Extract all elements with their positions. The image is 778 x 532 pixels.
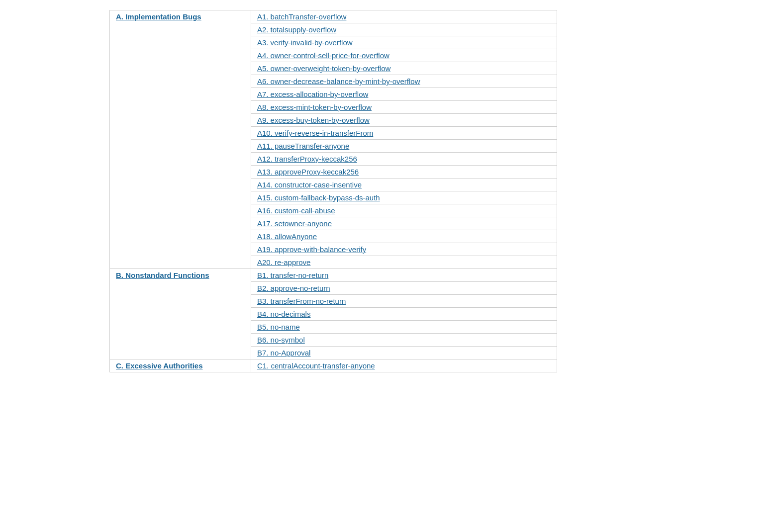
item-link[interactable]: A20. re-approve bbox=[257, 258, 311, 266]
item-cell: A13. approveProxy-keccak256 bbox=[251, 166, 557, 178]
item-cell: A11. pauseTransfer-anyone bbox=[251, 140, 557, 153]
item-cell: B5. no-name bbox=[251, 321, 557, 334]
item-link[interactable]: A8. excess-mint-token-by-overflow bbox=[257, 103, 372, 111]
table-row: B. Nonstandard FunctionsB1. transfer-no-… bbox=[110, 269, 557, 282]
item-link[interactable]: A17. setowner-anyone bbox=[257, 219, 332, 228]
item-link[interactable]: B4. no-decimals bbox=[257, 310, 311, 318]
category-cell-0[interactable]: A. Implementation Bugs bbox=[110, 10, 251, 269]
item-link[interactable]: B1. transfer-no-return bbox=[257, 271, 328, 279]
item-cell: A5. owner-overweight-token-by-overflow bbox=[251, 62, 557, 75]
item-link[interactable]: B5. no-name bbox=[257, 323, 300, 331]
item-cell: B4. no-decimals bbox=[251, 308, 557, 321]
item-cell: A8. excess-mint-token-by-overflow bbox=[251, 101, 557, 114]
item-cell: B3. transferFrom-no-return bbox=[251, 295, 557, 308]
item-link[interactable]: A13. approveProxy-keccak256 bbox=[257, 168, 359, 176]
category-cell-1[interactable]: B. Nonstandard Functions bbox=[110, 269, 251, 359]
item-cell: B7. no-Approval bbox=[251, 347, 557, 359]
item-link[interactable]: A11. pauseTransfer-anyone bbox=[257, 142, 349, 150]
item-cell: A7. excess-allocation-by-overflow bbox=[251, 88, 557, 101]
table-row: C. Excessive AuthoritiesC1. centralAccou… bbox=[110, 359, 557, 372]
item-link[interactable]: A3. verify-invalid-by-overflow bbox=[257, 38, 353, 47]
item-link[interactable]: A14. constructor-case-insentive bbox=[257, 180, 362, 189]
item-cell: A3. verify-invalid-by-overflow bbox=[251, 36, 557, 49]
item-link[interactable]: A15. custom-fallback-bypass-ds-auth bbox=[257, 193, 380, 202]
item-cell: A19. approve-with-balance-verify bbox=[251, 243, 557, 256]
main-table: A. Implementation BugsA1. batchTransfer-… bbox=[109, 10, 557, 372]
item-cell: A12. transferProxy-keccak256 bbox=[251, 153, 557, 166]
item-link[interactable]: A18. allowAnyone bbox=[257, 232, 317, 241]
item-cell: B2. approve-no-return bbox=[251, 282, 557, 295]
item-cell: A2. totalsupply-overflow bbox=[251, 23, 557, 36]
item-link[interactable]: A19. approve-with-balance-verify bbox=[257, 245, 366, 254]
page-container: A. Implementation BugsA1. batchTransfer-… bbox=[0, 0, 778, 532]
item-cell: B1. transfer-no-return bbox=[251, 269, 557, 282]
item-link[interactable]: A5. owner-overweight-token-by-overflow bbox=[257, 64, 390, 73]
item-cell: B6. no-symbol bbox=[251, 334, 557, 347]
category-cell-2[interactable]: C. Excessive Authorities bbox=[110, 359, 251, 372]
item-cell: A17. setowner-anyone bbox=[251, 217, 557, 230]
item-cell: A16. custom-call-abuse bbox=[251, 204, 557, 217]
item-link[interactable]: A7. excess-allocation-by-overflow bbox=[257, 90, 368, 98]
item-link[interactable]: A4. owner-control-sell-price-for-overflo… bbox=[257, 51, 389, 60]
item-cell: A20. re-approve bbox=[251, 256, 557, 269]
item-link[interactable]: B2. approve-no-return bbox=[257, 284, 330, 292]
item-link[interactable]: A12. transferProxy-keccak256 bbox=[257, 155, 357, 163]
item-link[interactable]: A10. verify-reverse-in-transferFrom bbox=[257, 129, 373, 137]
item-cell: C1. centralAccount-transfer-anyone bbox=[251, 359, 557, 372]
item-cell: A15. custom-fallback-bypass-ds-auth bbox=[251, 191, 557, 204]
item-cell: A9. excess-buy-token-by-overflow bbox=[251, 114, 557, 127]
item-cell: A18. allowAnyone bbox=[251, 230, 557, 243]
item-link[interactable]: B3. transferFrom-no-return bbox=[257, 297, 346, 305]
item-cell: A1. batchTransfer-overflow bbox=[251, 10, 557, 23]
item-link[interactable]: C1. centralAccount-transfer-anyone bbox=[257, 361, 375, 370]
item-link[interactable]: A6. owner-decrease-balance-by-mint-by-ov… bbox=[257, 77, 420, 86]
table-wrapper: A. Implementation BugsA1. batchTransfer-… bbox=[109, 10, 587, 372]
item-cell: A6. owner-decrease-balance-by-mint-by-ov… bbox=[251, 75, 557, 88]
item-cell: A10. verify-reverse-in-transferFrom bbox=[251, 127, 557, 140]
item-cell: A14. constructor-case-insentive bbox=[251, 178, 557, 191]
item-link[interactable]: A1. batchTransfer-overflow bbox=[257, 12, 347, 21]
item-link[interactable]: A9. excess-buy-token-by-overflow bbox=[257, 116, 370, 124]
item-link[interactable]: B6. no-symbol bbox=[257, 336, 305, 344]
table-row: A. Implementation BugsA1. batchTransfer-… bbox=[110, 10, 557, 23]
item-link[interactable]: A16. custom-call-abuse bbox=[257, 206, 335, 215]
item-cell: A4. owner-control-sell-price-for-overflo… bbox=[251, 49, 557, 62]
item-link[interactable]: B7. no-Approval bbox=[257, 349, 311, 357]
item-link[interactable]: A2. totalsupply-overflow bbox=[257, 25, 336, 34]
